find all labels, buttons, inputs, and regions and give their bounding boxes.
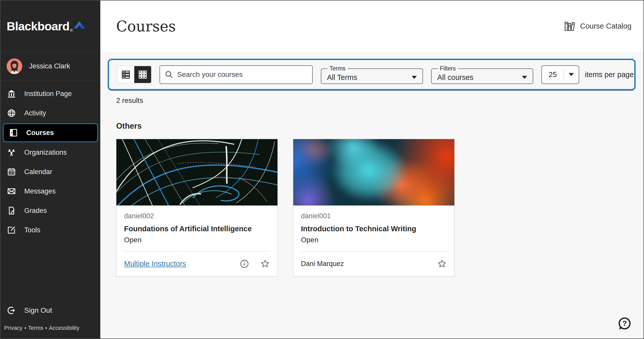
grid-view-icon xyxy=(138,69,148,80)
sidebar-item-institution-page[interactable]: Institution Page xyxy=(1,84,100,103)
section-title: Others xyxy=(116,122,636,131)
sidebar-item-organizations[interactable]: Organizations xyxy=(1,143,100,162)
terms-dropdown-value: All Terms xyxy=(327,73,357,82)
page-title: Courses xyxy=(116,18,176,35)
tools-icon xyxy=(7,225,16,235)
course-card-footer: Multiple Instructors xyxy=(116,251,277,276)
course-title: Foundations of Artificial Intelligence xyxy=(124,225,270,233)
institution-icon xyxy=(7,89,16,99)
course-id: daniel001 xyxy=(301,212,447,220)
chevron-down-icon xyxy=(522,76,527,79)
help-icon: ? xyxy=(617,316,632,331)
course-status: Open xyxy=(301,236,447,244)
search-field xyxy=(160,65,313,84)
multiple-instructors-link[interactable]: Multiple Instructors xyxy=(124,260,186,268)
terms-dropdown-label: Terms xyxy=(327,65,348,72)
sidebar-footer: Privacy•Terms•Accessibility xyxy=(1,320,100,338)
sidebar-item-messages[interactable]: Messages xyxy=(1,181,100,201)
instructor-name: Dani Marquez xyxy=(301,260,344,268)
privacy-link[interactable]: Privacy xyxy=(4,325,22,331)
user-name: Jessica Clark xyxy=(29,62,70,70)
registered-mark: ® xyxy=(70,28,73,32)
course-info-button[interactable] xyxy=(240,259,249,269)
grid-view-button[interactable] xyxy=(134,66,151,83)
page-size-control: 25 items per page xyxy=(541,65,634,84)
page-header: Courses Course Catalog xyxy=(100,1,643,52)
course-catalog-label: Course Catalog xyxy=(580,22,632,30)
star-icon xyxy=(437,259,447,269)
sidebar-item-label: Grades xyxy=(24,207,47,215)
sidebar-item-grades[interactable]: Grades xyxy=(1,201,100,220)
sidebar-item-label: Messages xyxy=(24,187,56,195)
course-id: daniel002 xyxy=(124,212,270,220)
course-catalog-button[interactable]: Course Catalog xyxy=(564,20,632,32)
terms-link[interactable]: Terms xyxy=(28,325,43,331)
sidebar-item-activity[interactable]: Activity xyxy=(1,103,100,123)
course-card-body: daniel001 Introduction to Technical Writ… xyxy=(293,205,454,244)
filters-dropdown-value: All courses xyxy=(437,73,473,82)
footer-separator: • xyxy=(22,325,28,331)
sidebar: Blackboard ® xyxy=(1,1,100,338)
course-card[interactable]: daniel002 Foundations of Artificial Inte… xyxy=(116,139,278,276)
brand-name: Blackboard xyxy=(7,20,69,32)
user-profile[interactable]: Jessica Clark xyxy=(1,52,100,81)
content-area: Terms All Terms Filters All courses xyxy=(100,52,643,338)
info-icon xyxy=(240,259,249,269)
calendar-icon xyxy=(7,167,16,177)
avatar xyxy=(7,58,22,74)
sidebar-item-label: Organizations xyxy=(24,149,67,156)
filters-dropdown[interactable]: Filters All courses xyxy=(431,65,533,84)
search-input[interactable] xyxy=(177,70,308,79)
chevron-down-icon xyxy=(412,76,417,79)
blackboard-arrow-icon xyxy=(74,21,85,29)
sign-out-button[interactable]: Sign Out xyxy=(1,301,100,320)
footer-separator: • xyxy=(43,325,49,331)
sidebar-item-label: Tools xyxy=(24,226,40,234)
sidebar-spacer xyxy=(1,240,100,301)
filters-dropdown-label: Filters xyxy=(438,65,458,72)
svg-text:?: ? xyxy=(622,319,627,328)
app-window: Blackboard ® xyxy=(0,0,644,339)
help-button[interactable]: ? xyxy=(617,316,632,332)
main-area: Courses Course Catalog xyxy=(100,1,643,338)
course-card-image-light-trails[interactable] xyxy=(116,139,277,205)
chevron-down-icon xyxy=(569,73,574,76)
sidebar-item-calendar[interactable]: Calendar xyxy=(1,162,100,181)
globe-icon xyxy=(7,108,16,118)
course-card-footer: Dani Marquez xyxy=(293,251,454,276)
course-status: Open xyxy=(124,236,270,244)
accessibility-link[interactable]: Accessibility xyxy=(49,325,79,331)
sign-out-label: Sign Out xyxy=(24,306,52,314)
course-card-list: daniel002 Foundations of Artificial Inte… xyxy=(116,139,636,276)
ink-art xyxy=(293,139,454,205)
course-card[interactable]: daniel001 Introduction to Technical Writ… xyxy=(293,139,455,276)
favorite-star-button[interactable] xyxy=(260,259,270,269)
course-card-body: daniel002 Foundations of Artificial Inte… xyxy=(116,205,277,244)
envelope-icon xyxy=(7,186,16,196)
star-icon xyxy=(260,259,270,269)
filter-bar: Terms All Terms Filters All courses xyxy=(108,59,636,90)
courses-icon xyxy=(9,128,18,138)
course-card-image-ink[interactable] xyxy=(293,139,454,205)
organizations-icon xyxy=(7,148,16,157)
favorite-star-button[interactable] xyxy=(437,259,447,269)
sidebar-nav: Institution Page Activity xyxy=(1,81,100,240)
search-icon xyxy=(165,70,173,79)
grades-icon xyxy=(7,206,16,215)
page-size-label: items per page xyxy=(585,70,634,79)
results-count: 2 results xyxy=(116,96,636,105)
terms-dropdown[interactable]: Terms All Terms xyxy=(321,65,423,84)
course-title: Introduction to Technical Writing xyxy=(301,225,447,233)
view-toggle-group xyxy=(117,66,151,83)
sidebar-item-label: Calendar xyxy=(24,168,52,176)
page-size-select[interactable]: 25 xyxy=(541,65,579,84)
sidebar-item-courses[interactable]: Courses xyxy=(3,123,98,142)
list-view-icon xyxy=(121,69,131,80)
sign-out-icon xyxy=(7,306,16,315)
list-view-button[interactable] xyxy=(117,66,134,83)
page-size-value: 25 xyxy=(542,70,564,79)
sidebar-item-label: Institution Page xyxy=(24,90,72,98)
blackboard-logo[interactable]: Blackboard ® xyxy=(1,1,100,52)
books-icon xyxy=(564,20,576,32)
sidebar-item-tools[interactable]: Tools xyxy=(1,220,100,240)
